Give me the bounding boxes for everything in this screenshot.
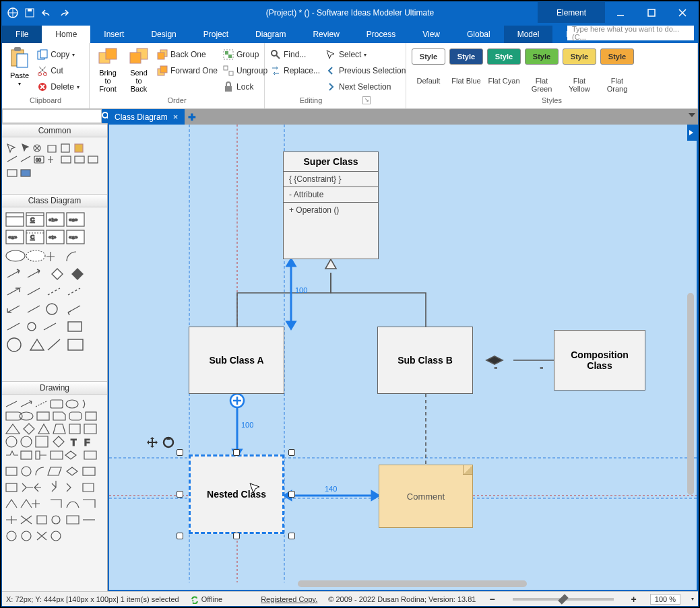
svg-rect-13 [106, 48, 117, 59]
offline-indicator[interactable]: Offline [190, 595, 223, 604]
cursor-icon [249, 482, 261, 494]
svg-point-27 [102, 112, 108, 118]
dialog-launcher-icon[interactable]: ↘ [362, 96, 371, 104]
forward-one-button[interactable]: Forward One [157, 63, 218, 78]
copy-button[interactable]: Copy ▾ [37, 47, 79, 62]
svg-rect-17 [158, 53, 164, 59]
paste-button[interactable]: Paste▾ [7, 46, 32, 96]
cut-button[interactable]: Cut [37, 63, 79, 78]
canvas-vscroll[interactable] [687, 293, 694, 495]
next-selection-button[interactable]: Next Selection [325, 79, 406, 94]
tabs-dropdown-icon[interactable] [687, 110, 697, 120]
tab-design[interactable]: Design [137, 26, 189, 43]
diagram-canvas[interactable]: - - 100 100 140 [108, 125, 698, 591]
class-composition[interactable]: Composition Class [554, 330, 645, 391]
app-icon [7, 7, 18, 18]
tab-home[interactable]: Home [42, 26, 90, 43]
style-orange[interactable]: Style [600, 48, 634, 65]
svg-point-78 [51, 531, 61, 541]
send-back-button[interactable]: Send to Back [126, 46, 152, 96]
tab-file[interactable]: File [2, 26, 42, 43]
zoom-slider[interactable] [513, 598, 614, 601]
class-sub-b[interactable]: Sub Class B [377, 327, 473, 394]
class-sub-a[interactable]: Sub Class A [189, 327, 284, 394]
close-button[interactable] [667, 2, 698, 23]
svg-point-76 [7, 531, 16, 541]
move-rotate-gizmo[interactable] [146, 436, 175, 449]
class-tools-icons[interactable]: C «b» «e» «s» C «t» «s» [3, 210, 104, 378]
note-fold-icon [463, 465, 472, 475]
svg-rect-21 [225, 51, 228, 55]
svg-rect-47 [26, 230, 44, 244]
save-icon[interactable] [25, 8, 34, 18]
group-label-editing: Editing [300, 96, 323, 107]
styles-gallery[interactable]: Style Style Style Style Style Style [412, 48, 692, 65]
undo-icon[interactable] [41, 8, 52, 18]
zoom-in-button[interactable]: + [629, 594, 639, 605]
ribbon-search[interactable]: Type here what you want to do... (C... [567, 26, 694, 40]
tab-diagram[interactable]: Diagram [242, 26, 299, 43]
bring-front-button[interactable]: Bring to Front [95, 46, 121, 96]
class-nested[interactable]: Nested Class [189, 454, 284, 534]
lock-button[interactable]: Lock [223, 79, 267, 94]
delete-icon [37, 81, 48, 92]
tab-process[interactable]: Process [353, 26, 409, 43]
svg-rect-34 [75, 156, 84, 163]
style-cyan[interactable]: Style [487, 48, 521, 65]
tab-global[interactable]: Global [453, 26, 504, 43]
contextual-tab-label: Element [538, 2, 605, 23]
find-button[interactable]: Find... [270, 47, 320, 62]
class-super[interactable]: Super Class { {Constraint} } - Attribute… [283, 151, 379, 259]
svg-rect-23 [224, 66, 228, 70]
tab-model[interactable]: Model [504, 26, 553, 43]
svg-point-55 [46, 304, 57, 314]
replace-icon [270, 65, 281, 76]
note-comment[interactable]: Comment [379, 465, 473, 528]
copyright-text: © 2009 - 2022 Dusan Rodina; Version: 13.… [328, 595, 476, 603]
style-default[interactable]: Style [412, 48, 445, 65]
toolbox-panel: Common 00 Class Diagram C «b» [2, 109, 108, 591]
redo-icon[interactable] [59, 8, 69, 18]
style-blue[interactable]: Style [449, 48, 483, 65]
svg-text:C: C [30, 216, 35, 223]
common-tools-icons[interactable]: 00 [3, 140, 104, 191]
toolbox-section-common[interactable]: Common [2, 124, 107, 137]
style-green[interactable]: Style [525, 48, 559, 65]
delete-button[interactable]: Delete ▾ [37, 79, 79, 94]
drawing-tools-icons[interactable]: TF [3, 397, 104, 564]
group-button[interactable]: Group [223, 47, 267, 62]
toolbox-section-class[interactable]: Class Diagram [2, 194, 107, 207]
registered-link[interactable]: Registered Copy. [261, 595, 317, 603]
svg-rect-71 [6, 467, 17, 475]
select-button[interactable]: Select ▾ [325, 47, 406, 62]
svg-point-62 [20, 412, 33, 420]
svg-rect-35 [88, 156, 98, 163]
ribbon-body: Paste▾ Copy ▾ Cut Delete ▾ Clipboard Bri… [2, 43, 698, 109]
add-tab-button[interactable]: ✚ [185, 109, 199, 125]
prev-selection-button[interactable]: Previous Selection [325, 63, 406, 78]
canvas-hscroll[interactable] [298, 580, 527, 587]
tab-project[interactable]: Project [190, 26, 242, 43]
svg-rect-74 [6, 483, 17, 492]
tab-view[interactable]: View [409, 26, 453, 43]
toolbox-search-input[interactable] [2, 109, 102, 123]
back-one-button[interactable]: Back One [157, 47, 218, 62]
style-yellow[interactable]: Style [563, 48, 596, 65]
tab-review[interactable]: Review [299, 26, 352, 43]
svg-text:-: - [540, 363, 543, 371]
svg-rect-59 [68, 339, 83, 350]
svg-rect-5 [17, 54, 28, 67]
minimize-button[interactable] [605, 2, 636, 23]
replace-button[interactable]: Replace... [270, 63, 320, 78]
ungroup-button[interactable]: Ungroup [223, 63, 267, 78]
toolbox-section-drawing[interactable]: Drawing [2, 381, 107, 395]
zoom-value[interactable]: 100 % [650, 594, 680, 605]
doc-tab-class-diagram[interactable]: Class Diagram× [108, 109, 185, 125]
paste-icon [10, 47, 29, 69]
tab-close-icon[interactable]: × [173, 112, 179, 122]
statusbar: X: 72px; Y: 444px [140px x 100px] 1 item… [2, 591, 698, 606]
tab-insert[interactable]: Insert [90, 26, 137, 43]
maximize-button[interactable] [636, 2, 667, 23]
zoom-out-button[interactable]: − [486, 594, 497, 605]
zoom-dropdown-icon[interactable]: ▾ [691, 596, 694, 602]
